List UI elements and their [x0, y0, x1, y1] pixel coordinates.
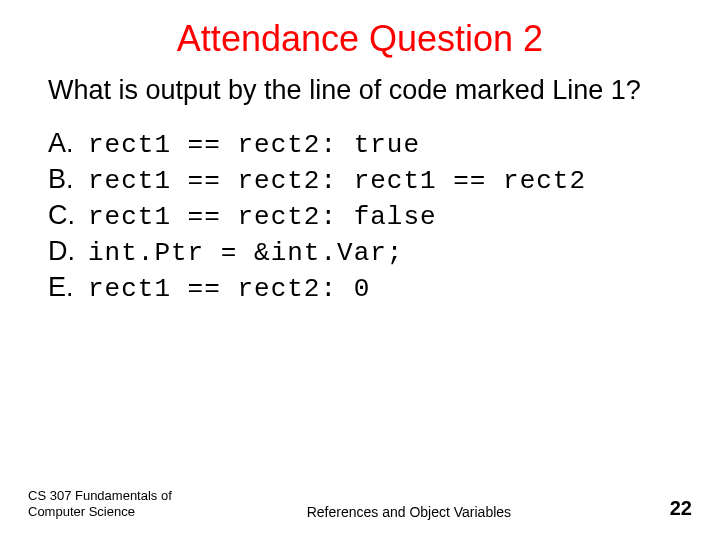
slide-title: Attendance Question 2	[0, 0, 720, 74]
option-b: B. rect1 == rect2: rect1 == rect2	[48, 164, 720, 196]
footer-course-line1: CS 307 Fundamentals of	[28, 488, 172, 503]
option-label: C.	[48, 200, 88, 231]
option-code: rect1 == rect2: 0	[88, 274, 370, 304]
option-code: int.Ptr = &int.Var;	[88, 238, 403, 268]
option-code: rect1 == rect2: rect1 == rect2	[88, 166, 586, 196]
option-code: rect1 == rect2: true	[88, 130, 420, 160]
question-text: What is output by the line of code marke…	[0, 74, 720, 106]
option-code: rect1 == rect2: false	[88, 202, 437, 232]
option-e: E. rect1 == rect2: 0	[48, 272, 720, 304]
option-label: B.	[48, 164, 88, 195]
option-label: A.	[48, 128, 88, 159]
options-list: A. rect1 == rect2: true B. rect1 == rect…	[0, 128, 720, 304]
option-label: E.	[48, 272, 88, 303]
option-label: D.	[48, 236, 88, 267]
footer-course: CS 307 Fundamentals of Computer Science	[28, 488, 208, 521]
option-d: D. int.Ptr = &int.Var;	[48, 236, 720, 268]
footer-course-line2: Computer Science	[28, 504, 135, 519]
footer-topic: References and Object Variables	[208, 504, 670, 520]
page-number: 22	[670, 497, 692, 520]
option-c: C. rect1 == rect2: false	[48, 200, 720, 232]
option-a: A. rect1 == rect2: true	[48, 128, 720, 160]
footer: CS 307 Fundamentals of Computer Science …	[0, 488, 720, 521]
